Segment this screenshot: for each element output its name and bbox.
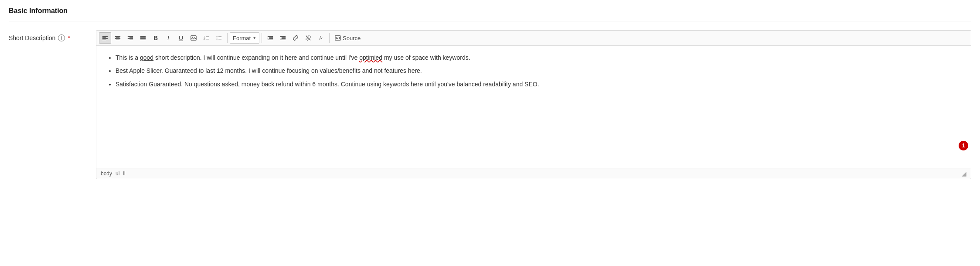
align-center-button[interactable]	[112, 32, 124, 44]
section-title: Basic Information	[9, 7, 971, 21]
clear-formatting-button[interactable]: Ix	[315, 32, 327, 44]
source-icon	[335, 35, 341, 41]
notification-badge: 1	[959, 141, 968, 150]
rich-text-editor: B I U 1. 2.	[96, 30, 971, 179]
svg-line-36	[337, 37, 338, 39]
field-label-text: Short Description	[9, 34, 55, 41]
editor-body[interactable]: This is a good short description. I will…	[96, 46, 971, 168]
notification-badge-wrapper: 1	[959, 143, 966, 150]
bullet1-prefix: This is a	[116, 54, 140, 61]
ordered-list-button[interactable]: 1. 2.	[200, 32, 212, 44]
indent-increase-icon	[267, 35, 273, 41]
info-icon[interactable]: i	[58, 34, 65, 41]
align-left-button[interactable]	[99, 32, 111, 44]
italic-button[interactable]: I	[162, 32, 174, 44]
underline-button[interactable]: U	[175, 32, 187, 44]
svg-rect-16	[191, 36, 196, 41]
toolbar-separator-1	[227, 33, 228, 43]
align-right-button[interactable]	[124, 32, 136, 44]
unordered-list-icon	[216, 35, 222, 41]
ordered-list-icon: 1. 2.	[203, 35, 209, 41]
svg-line-34	[306, 36, 311, 41]
field-row: Short Description i *	[9, 30, 971, 179]
footer-tag-li: li	[123, 171, 125, 177]
justify-icon	[140, 35, 146, 41]
source-label: Source	[343, 35, 361, 41]
bullet1-spellcheck: optimied	[359, 54, 382, 61]
toolbar-separator-2	[262, 33, 262, 43]
list-item: Satisfaction Guaranteed. No questions as…	[116, 79, 962, 89]
required-star: *	[68, 34, 70, 41]
list-item: Best Apple Slicer. Guaranteed to last 12…	[116, 66, 962, 75]
unlink-icon	[305, 35, 311, 41]
insert-image-button[interactable]	[187, 32, 200, 44]
unordered-list-button[interactable]	[213, 32, 225, 44]
indent-decrease-icon	[280, 35, 286, 41]
svg-point-23	[217, 39, 218, 40]
format-dropdown-caret: ▼	[252, 36, 256, 40]
justify-button[interactable]	[137, 32, 149, 44]
resize-handle[interactable]: ◢	[962, 170, 966, 177]
editor-footer: body ul li ◢	[96, 168, 971, 179]
field-label: Short Description i *	[9, 30, 87, 41]
insert-link-button[interactable]	[289, 32, 302, 44]
content-list: This is a good short description. I will…	[105, 53, 962, 89]
source-button[interactable]: Source	[332, 32, 364, 44]
link-icon	[293, 35, 299, 41]
bold-button[interactable]: B	[150, 32, 162, 44]
editor-footer-tags: body ul li	[101, 171, 126, 177]
align-center-icon	[115, 35, 121, 41]
list-item: This is a good short description. I will…	[116, 53, 962, 62]
format-label: Format	[233, 35, 251, 41]
svg-text:2.: 2.	[204, 38, 205, 40]
indent-decrease-button[interactable]	[277, 32, 289, 44]
toolbar-separator-3	[329, 33, 330, 43]
svg-point-17	[192, 37, 193, 38]
editor-content-area: This is a good short description. I will…	[96, 46, 971, 168]
image-icon	[191, 35, 197, 41]
footer-tag-body: body	[101, 171, 112, 177]
svg-point-22	[217, 36, 218, 37]
editor-toolbar: B I U 1. 2.	[96, 31, 971, 46]
align-left-icon	[102, 35, 108, 41]
bullet1-underline: good	[140, 54, 153, 61]
bullet1-end: my use of space with keywords.	[382, 54, 470, 61]
footer-tag-ul: ul	[116, 171, 119, 177]
indent-increase-button[interactable]	[264, 32, 276, 44]
format-dropdown[interactable]: Format ▼	[230, 32, 259, 44]
align-right-icon	[127, 35, 133, 41]
remove-link-button[interactable]	[302, 32, 314, 44]
bullet1-suffix: short description. I will continue expan…	[153, 54, 359, 61]
